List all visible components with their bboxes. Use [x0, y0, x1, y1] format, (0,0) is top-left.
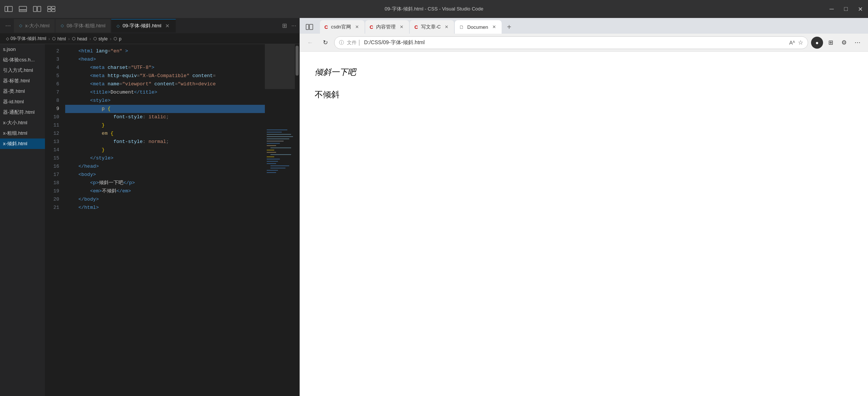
- browser-tab-csdn1-close[interactable]: ✕: [354, 24, 360, 30]
- code-line-15: </style>: [65, 154, 265, 162]
- panel-toggle-icon[interactable]: [19, 6, 27, 12]
- line-num-2: 2: [45, 47, 64, 55]
- svg-rect-20: [267, 150, 274, 150]
- breadcrumb-html[interactable]: ⬡ html: [52, 36, 66, 42]
- browser-tab-doc-close[interactable]: ✕: [491, 24, 497, 30]
- line-num-8: 8: [45, 97, 64, 105]
- sidebar-item-标签[interactable]: 器-标签.html: [0, 76, 45, 86]
- address-protocol: 文件 │: [347, 39, 361, 46]
- maximize-button[interactable]: □: [843, 6, 849, 12]
- code-line-21: </html>: [65, 204, 265, 212]
- code-line-11: }: [65, 121, 265, 130]
- svg-rect-5: [37, 6, 41, 12]
- tab-bar: ··· ◇ x-大小.html ◇ 08-字体-粗细.html ◇ 09-字体-…: [0, 18, 299, 34]
- svg-rect-22: [270, 154, 291, 155]
- split-editor-icon[interactable]: [33, 6, 41, 12]
- sidebar-item-大小[interactable]: x-大小.html: [0, 118, 45, 128]
- minimap-highlight: [265, 44, 295, 89]
- browser-italic-text: 倾斜一下吧: [315, 67, 853, 78]
- tab-icon-倾斜: ◇: [117, 24, 120, 28]
- close-button[interactable]: ✕: [857, 6, 864, 12]
- browser-tab-csdn1[interactable]: C csdn官网 ✕: [320, 20, 365, 34]
- sidebar-item-类[interactable]: 器-类.html: [0, 86, 45, 97]
- tab-close-倾斜[interactable]: ✕: [164, 23, 170, 29]
- code-line-18: <p>倾斜一下吧</p>: [65, 179, 265, 187]
- breadcrumb-style-label: style: [99, 36, 108, 42]
- split-editor-btn[interactable]: ⊞: [282, 22, 287, 29]
- tab-more-left[interactable]: ···: [3, 22, 13, 30]
- editor-area: s.json 础-体验css.h... 引入方式.html 器-标签.html …: [0, 44, 299, 396]
- line-num-21: 21: [45, 204, 64, 212]
- breadcrumb-sep1: ›: [48, 36, 50, 42]
- breadcrumb-head[interactable]: ⬡ head: [72, 36, 87, 42]
- layout-icon[interactable]: [47, 6, 55, 12]
- app-body: ··· ◇ x-大小.html ◇ 08-字体-粗细.html ◇ 09-字体-…: [0, 18, 868, 396]
- sidebar-item-json[interactable]: s.json: [0, 44, 45, 55]
- browser-tab-write-close[interactable]: ✕: [444, 24, 450, 30]
- reload-button[interactable]: ↻: [319, 37, 331, 49]
- minimize-button[interactable]: ─: [828, 6, 835, 12]
- sidebar-item-css[interactable]: 础-体验css.h...: [0, 55, 45, 65]
- code-line-5: <meta http-equiv="X-UA-Compatible" conte…: [65, 72, 265, 80]
- tab-粗细[interactable]: ◇ 08-字体-粗细.html: [55, 19, 111, 33]
- browser-right-btns: ● ⊞ ⚙ ⋯: [811, 37, 864, 49]
- browser-sidebar-toggle[interactable]: [303, 20, 316, 34]
- tab-overflow-btn[interactable]: ···: [291, 22, 296, 29]
- layout-icons: [4, 6, 55, 12]
- browser-content: 倾斜一下吧 不倾斜: [300, 52, 868, 396]
- browser-tab-write[interactable]: C 写文章-C ✕: [410, 20, 454, 34]
- sidebar-item-id[interactable]: 器-id.html: [0, 97, 45, 107]
- breadcrumb-p[interactable]: ⬡ p: [114, 36, 121, 42]
- sidebar-item-通配[interactable]: 器-通配符.html: [0, 107, 45, 118]
- svg-rect-21: [267, 152, 276, 153]
- more-button[interactable]: ⋯: [852, 37, 864, 49]
- svg-rect-16: [267, 141, 284, 141]
- profile-button[interactable]: ●: [811, 37, 823, 49]
- line-num-17: 17: [45, 171, 64, 179]
- code-line-10: font-style: italic;: [65, 113, 265, 121]
- scrollbar-track[interactable]: [295, 44, 299, 396]
- svg-rect-27: [270, 165, 289, 166]
- breadcrumb-file[interactable]: ◇ 09-字体-倾斜.html: [6, 36, 46, 42]
- svg-rect-30: [267, 172, 276, 173]
- sidebar-panel: s.json 础-体验css.h... 引入方式.html 器-标签.html …: [0, 44, 45, 396]
- browser-chrome: C csdn官网 ✕ C 内容管理 ✕ C 写文章-C ✕ 🗋 Documen: [300, 18, 868, 52]
- code-line-19: <em>不倾斜</em>: [65, 187, 265, 195]
- browser-tab-doc-label: Documen: [467, 24, 488, 30]
- line-numbers: 2 3 4 5 6 7 8 9 10 11 12 13 14 15 16 17 …: [45, 44, 64, 396]
- sidebar-item-引入[interactable]: 引入方式.html: [0, 65, 45, 76]
- tab-大小[interactable]: ◇ x-大小.html: [14, 19, 55, 33]
- address-star-icon[interactable]: ☆: [798, 39, 803, 46]
- line-num-11: 11: [45, 121, 64, 130]
- code-line-16: </head>: [65, 162, 265, 171]
- sidebar-item-倾斜[interactable]: x-倾斜.html: [0, 138, 45, 149]
- sidebar-toggle-icon[interactable]: [4, 6, 13, 12]
- line-num-6: 6: [45, 80, 64, 88]
- browser-tab-content-close[interactable]: ✕: [399, 24, 405, 30]
- browser-tab-content[interactable]: C 内容管理 ✕: [365, 20, 409, 34]
- address-url: D:/CSS/09-字体-倾斜.html: [364, 39, 786, 46]
- back-button[interactable]: ←: [304, 37, 316, 49]
- svg-rect-29: [267, 170, 278, 171]
- browser-tab-doc[interactable]: 🗋 Documen ✕: [455, 20, 502, 34]
- code-editor[interactable]: <html lang="en" > <head> <meta charset="…: [64, 44, 265, 396]
- breadcrumb-style[interactable]: ⬡ style: [93, 36, 108, 42]
- svg-rect-31: [306, 24, 309, 30]
- svg-rect-2: [19, 6, 27, 10]
- browser-tab-add[interactable]: +: [504, 22, 514, 32]
- tab-倾斜[interactable]: ◇ 09-字体-倾斜.html ✕: [111, 19, 175, 33]
- sidebar-item-粗细[interactable]: x-粗细.html: [0, 128, 45, 138]
- address-font-icon[interactable]: Aᴬ: [789, 40, 795, 46]
- scrollbar-thumb[interactable]: [296, 46, 299, 76]
- settings-button[interactable]: ⚙: [838, 37, 850, 49]
- svg-rect-15: [267, 138, 289, 139]
- code-line-2: <html lang="en" >: [65, 47, 265, 55]
- code-line-4: <meta charset="UTF-8">: [65, 64, 265, 72]
- extensions-button[interactable]: ⊞: [825, 37, 837, 49]
- svg-rect-1: [8, 6, 12, 12]
- breadcrumb-html-icon: ⬡: [52, 36, 56, 41]
- code-line-3: <head>: [65, 55, 265, 64]
- address-bar[interactable]: ⓘ 文件 │ D:/CSS/09-字体-倾斜.html Aᴬ ☆: [334, 36, 808, 49]
- svg-rect-17: [267, 143, 280, 144]
- code-line-7: <title>Document</title>: [65, 88, 265, 97]
